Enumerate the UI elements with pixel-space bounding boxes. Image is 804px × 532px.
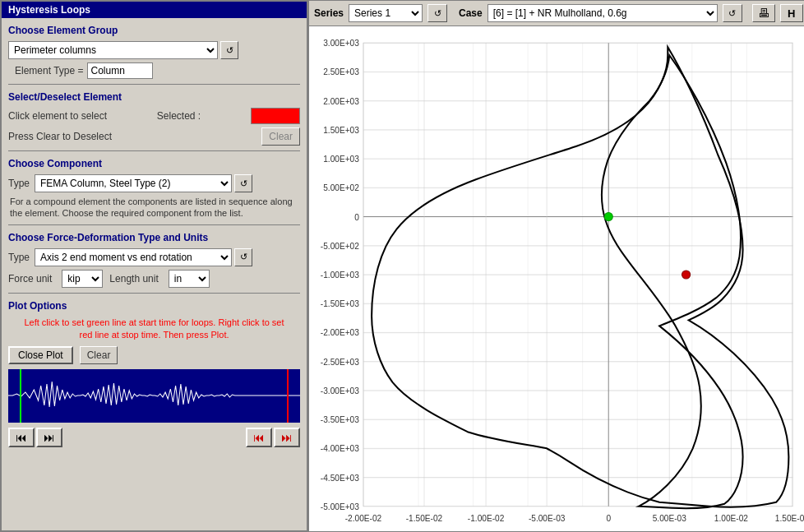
plot-btn-row: Close Plot Clear [8,346,300,364]
plot-clear-btn[interactable]: Clear [80,346,118,364]
svg-text:-4.00E+03: -4.00E+03 [321,444,359,453]
clear-row: Press Clear to Deselect Clear [8,127,300,146]
element-type-value: Column [87,62,153,79]
left-panel: Hysteresis Loops Choose Element Group Pe… [0,0,308,532]
nav-group-left: ⏮ ⏭ [8,428,62,447]
svg-text:-1.00E-02: -1.00E-02 [468,514,505,523]
element-group-refresh-btn[interactable]: ↺ [220,41,238,59]
force-type-refresh-btn[interactable]: ↺ [234,248,252,266]
click-element-label: Click element to select [8,110,107,122]
panel-title: Hysteresis Loops [2,2,307,18]
press-clear-label: Press Clear to Deselect [8,131,112,142]
waveform-container[interactable] [8,369,300,423]
component-type-label: Type [8,178,30,189]
component-type-refresh-btn[interactable]: ↺ [234,174,252,192]
svg-text:-1.00E+03: -1.00E+03 [321,271,359,280]
svg-text:-2.50E+03: -2.50E+03 [321,358,359,367]
svg-text:0: 0 [354,213,359,222]
element-type-label: Element Type = [15,65,84,76]
force-unit-row: Force unit kip Length unit in [8,270,300,288]
svg-text:3.00E+03: 3.00E+03 [323,39,359,48]
red-marker-line [287,369,289,423]
svg-text:-2.00E+03: -2.00E+03 [321,328,359,337]
plot-info-text: Left click to set green line at start ti… [8,317,300,342]
svg-text:5.00E-03: 5.00E-03 [653,514,687,523]
force-type-dropdown[interactable]: Axis 2 end moment vs end rotation [35,248,232,266]
force-type-label: Type [8,252,30,263]
nav-group-right: ⏮ ⏭ [246,428,300,447]
case-refresh-btn[interactable]: ↺ [723,4,742,22]
svg-text:1.00E-02: 1.00E-02 [714,514,749,523]
element-group-dropdown[interactable]: Perimeter columns [8,41,218,59]
nav-row: ⏮ ⏭ ⏮ ⏭ [8,428,300,447]
section-force-deformation: Choose Force-Deformation Type and Units [8,232,300,243]
svg-text:2.00E+03: 2.00E+03 [323,97,359,106]
series-select[interactable]: Series 1 [349,4,423,22]
svg-text:-5.00E+02: -5.00E+02 [321,242,359,251]
svg-text:5.00E+02: 5.00E+02 [323,183,359,192]
force-unit-select[interactable]: kip [62,270,103,288]
svg-text:-5.00E-03: -5.00E-03 [529,514,566,523]
svg-text:-3.00E+03: -3.00E+03 [321,386,359,396]
svg-text:-1.50E+03: -1.50E+03 [321,299,359,308]
case-label: Case [459,7,483,19]
svg-text:1.50E-02: 1.50E-02 [775,514,804,523]
length-unit-select[interactable]: in [169,270,210,288]
svg-text:-5.00E+03: -5.00E+03 [321,502,359,511]
panel-content: Choose Element Group Perimeter columns ↺… [2,18,307,530]
green-marker-line [20,369,21,423]
nav-last-red-btn[interactable]: ⏭ [274,428,300,447]
chart-svg: 3.00E+03 2.50E+03 2.00E+03 1.50E+03 1.00… [309,26,804,531]
select-element-row: Click element to select Selected : [8,108,300,124]
component-info-text: For a compound element the components ar… [10,196,300,220]
clear-deselect-btn[interactable]: Clear [261,127,300,146]
chart-area: 3.00E+03 2.50E+03 2.00E+03 1.50E+03 1.00… [309,26,804,531]
case-select[interactable]: [6] = [1] + NR Mulholland, 0.6g [487,4,718,22]
red-dot [682,271,691,279]
section-plot-options: Plot Options [8,300,300,312]
series-label: Series [314,7,344,19]
svg-text:1.00E+03: 1.00E+03 [323,155,359,164]
print-btn[interactable]: 🖶 [752,4,775,22]
selected-color-box [251,108,300,124]
chart-toolbar: Series Series 1 ↺ Case [6] = [1] + NR Mu… [309,1,804,26]
svg-text:1.50E+03: 1.50E+03 [323,126,359,135]
nav-first-btn[interactable]: ⏮ [8,428,35,447]
nav-next-btn[interactable]: ⏭ [36,428,62,447]
svg-text:-1.50E-02: -1.50E-02 [406,514,443,523]
svg-text:-3.50E+03: -3.50E+03 [321,415,359,424]
length-unit-label: Length unit [109,273,158,285]
waveform-svg [8,369,300,423]
svg-text:-4.50E+03: -4.50E+03 [321,474,359,483]
element-group-row: Perimeter columns ↺ [8,41,300,59]
section-choose-element-group: Choose Element Group [8,25,300,36]
section-choose-component: Choose Component [8,158,300,169]
svg-text:-2.00E-02: -2.00E-02 [345,514,382,523]
right-panel: Series Series 1 ↺ Case [6] = [1] + NR Mu… [308,0,804,532]
force-unit-label: Force unit [8,273,52,285]
component-type-row: Type FEMA Column, Steel Type (2) ↺ [8,174,300,192]
component-type-dropdown[interactable]: FEMA Column, Steel Type (2) [35,174,232,192]
svg-text:2.50E+03: 2.50E+03 [323,67,359,76]
svg-text:0: 0 [606,514,611,523]
nav-first-red-btn[interactable]: ⏮ [246,428,272,447]
save-btn[interactable]: H [780,4,803,22]
force-type-row: Type Axis 2 end moment vs end rotation ↺ [8,248,300,266]
section-select-element: Select/Deselect Element [8,91,300,103]
selected-label: Selected : [157,110,201,122]
series-refresh-btn[interactable]: ↺ [427,4,447,22]
green-dot [604,212,612,220]
element-type-row: Element Type = Column [15,62,300,79]
close-plot-btn[interactable]: Close Plot [8,346,73,364]
